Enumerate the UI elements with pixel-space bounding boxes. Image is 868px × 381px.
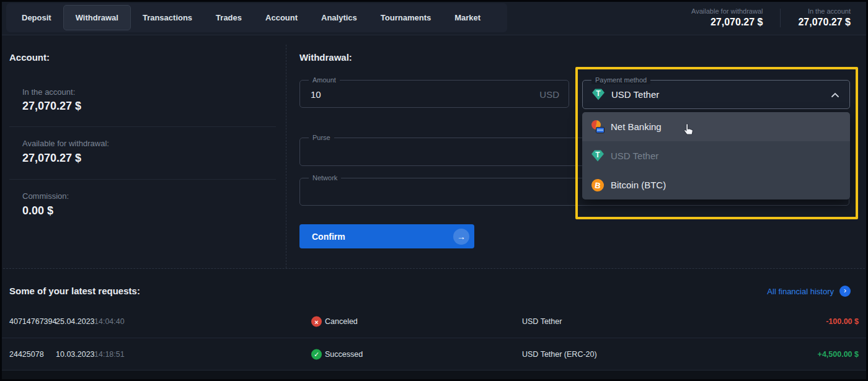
request-id: 40714767394: [9, 317, 56, 326]
bitcoin-icon: B: [591, 178, 604, 192]
history-row: 40714767394 25.04.2023 14:04:40 × Cancel…: [0, 305, 868, 338]
account-section-title: Account:: [9, 52, 50, 63]
dropdown-option-usd-tether[interactable]: T USD Tether: [582, 141, 850, 170]
tab-tournaments[interactable]: Tournaments: [369, 5, 443, 30]
vertical-divider: [286, 45, 286, 268]
withdrawal-section-title: Withdrawal:: [299, 52, 352, 63]
status-label: Successed: [325, 350, 363, 359]
network-field-label: Network: [309, 174, 341, 182]
purse-field-label: Purse: [309, 134, 334, 142]
dropdown-option-label: Bitcoin (BTC): [611, 180, 666, 190]
chevron-right-icon: ›: [839, 286, 851, 297]
all-financial-history-link[interactable]: All financial history ›: [767, 286, 851, 297]
history-section-title: Some of your latest requests:: [9, 286, 140, 296]
net-banking-icon: [591, 120, 604, 134]
status-label: Canceled: [325, 317, 358, 326]
arrow-right-icon: →: [453, 229, 469, 245]
payment-method-selected-value: USD Tether: [611, 89, 659, 100]
request-time: 14:04:40: [94, 317, 125, 326]
main-nav: Deposit Withdrawal Transactions Trades A…: [6, 3, 507, 32]
summary-divider: [780, 9, 781, 27]
tab-market[interactable]: Market: [443, 5, 492, 30]
account-divider: [9, 179, 276, 180]
available-value: 27,070.27 $: [22, 152, 81, 165]
bottom-strip: [0, 370, 868, 381]
available-for-withdrawal-block: Available for withdrawal 27,070.27 $: [691, 7, 763, 28]
tab-transactions[interactable]: Transactions: [131, 5, 204, 30]
amount-field-label: Amount: [309, 76, 340, 84]
top-bar: Deposit Withdrawal Transactions Trades A…: [0, 0, 868, 35]
amount-cell: +4,500.00 $: [818, 350, 859, 359]
confirm-button[interactable]: Confirm →: [299, 224, 474, 248]
commission-value: 0.00 $: [22, 204, 53, 217]
dropdown-option-bitcoin[interactable]: B Bitcoin (BTC): [582, 170, 850, 199]
all-financial-history-label: All financial history: [767, 287, 834, 296]
tether-icon: T: [591, 149, 604, 163]
dropdown-option-net-banking[interactable]: Net Banking: [582, 112, 850, 141]
available-for-withdrawal-value: 27,070.27 $: [691, 17, 763, 28]
success-status-icon: ✓: [311, 349, 322, 360]
in-account-label: In the account:: [22, 87, 75, 97]
available-for-withdrawal-label: Available for withdrawal: [691, 7, 763, 15]
available-label: Available for withdrawal:: [22, 139, 109, 148]
tab-account[interactable]: Account: [254, 5, 309, 30]
tab-withdrawal[interactable]: Withdrawal: [63, 5, 131, 30]
request-date: 10.03.2023: [56, 350, 95, 359]
account-divider: [9, 126, 276, 127]
canceled-status-icon: ×: [311, 317, 322, 327]
balance-summary: Available for withdrawal 27,070.27 $ In …: [691, 0, 851, 35]
payment-method-select[interactable]: Payment method T USD Tether: [582, 80, 850, 109]
request-time: 14:18:51: [94, 350, 125, 359]
dropdown-option-label: Net Banking: [611, 121, 662, 132]
request-date: 25.04.2023: [56, 317, 95, 326]
confirm-button-label: Confirm: [312, 232, 345, 242]
payment-method-dropdown: Net Banking T USD Tether B Bitcoin (BTC): [582, 112, 850, 199]
amount-input-value[interactable]: 10: [311, 89, 321, 99]
payment-method-cell: USD Tether: [522, 317, 562, 326]
request-id: 24425078: [9, 350, 44, 359]
in-the-account-label: In the account: [798, 7, 851, 15]
tab-trades[interactable]: Trades: [204, 5, 254, 30]
amount-cell: -100.00 $: [826, 317, 859, 326]
payment-method-cell: USD Tether (ERC-20): [522, 350, 597, 359]
amount-field[interactable]: Amount 10 USD: [299, 80, 569, 108]
tether-icon: T: [591, 88, 605, 102]
commission-label: Commission:: [22, 191, 69, 201]
in-account-value: 27,070.27 $: [22, 100, 81, 113]
in-the-account-value: 27,070.27 $: [798, 17, 851, 28]
dropdown-option-label: USD Tether: [611, 151, 658, 161]
chevron-up-icon[interactable]: [831, 89, 839, 100]
tab-analytics[interactable]: Analytics: [309, 5, 369, 30]
tab-deposit[interactable]: Deposit: [10, 5, 63, 30]
withdrawal-page: Deposit Withdrawal Transactions Trades A…: [0, 0, 868, 381]
history-row: 24425078 10.03.2023 14:18:51 ✓ Successed…: [0, 338, 868, 370]
amount-currency-label: USD: [539, 89, 559, 99]
in-the-account-block: In the account 27,070.27 $: [798, 7, 851, 28]
